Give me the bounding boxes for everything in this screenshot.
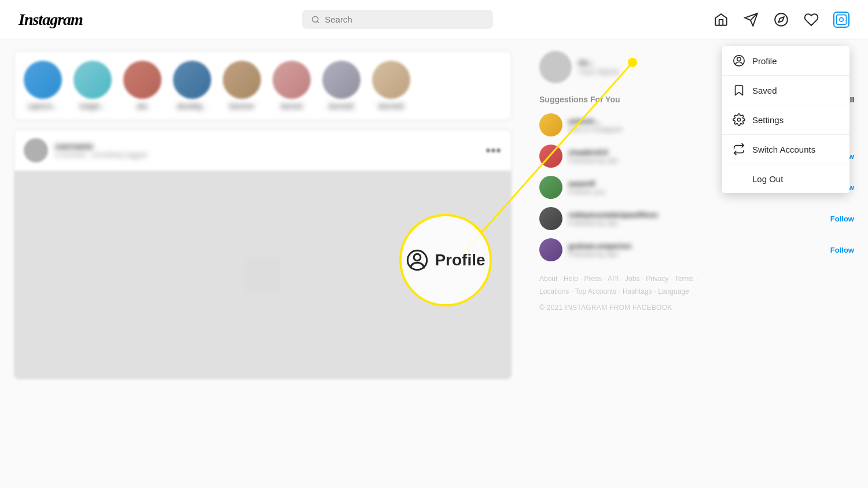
profile-nav-icon[interactable]	[833, 12, 849, 28]
story-item[interactable]: lostgirl...	[73, 61, 112, 110]
footer-links: About· Help· Press· API· Jobs· Privacy· …	[539, 273, 854, 298]
suggestion-row: robbymustafaripaulifloss Followed by abc…	[539, 207, 854, 230]
dropdown-item-saved[interactable]: Saved	[722, 76, 849, 105]
post-username: username	[55, 142, 479, 151]
suggestion-subtext: Followed by abc	[568, 219, 825, 227]
sidebar-username: ev...	[579, 58, 619, 67]
home-nav-icon[interactable]	[713, 12, 729, 28]
svg-point-0	[312, 16, 318, 22]
dropdown-logout-label: Log Out	[752, 174, 783, 184]
story-avatar	[223, 61, 261, 99]
story-label: blurred2	[329, 102, 354, 110]
story-label: blurred3	[378, 102, 404, 110]
footer-link-privacy[interactable]: Privacy	[646, 275, 668, 283]
story-item[interactable]: abcdefg...	[173, 61, 211, 110]
post-more-button[interactable]: •••	[486, 144, 502, 157]
story-item[interactable]: abc	[123, 61, 161, 110]
dropdown-saved-label: Saved	[752, 86, 777, 95]
post-header: username a moment · something tagged •••	[14, 130, 511, 171]
search-input[interactable]	[325, 14, 484, 24]
dropdown-switch-label: Switch Accounts	[752, 145, 815, 154]
svg-rect-4	[245, 257, 280, 292]
svg-point-6	[737, 57, 741, 61]
search-icon	[311, 15, 320, 24]
story-label: bloomer	[229, 102, 254, 110]
dropdown-item-profile[interactable]: Profile	[722, 46, 849, 76]
footer-link-top-accounts[interactable]: Top Accounts	[575, 287, 616, 295]
story-avatar	[273, 61, 311, 99]
story-avatar	[372, 61, 410, 99]
sidebar-footer: About· Help· Press· API· Jobs· Privacy· …	[539, 273, 854, 313]
dropdown-settings-label: Settings	[752, 115, 784, 125]
post-user-info: username a moment · something tagged	[55, 142, 479, 159]
story-avatar	[322, 61, 361, 99]
footer-link-terms[interactable]: Terms	[675, 275, 694, 283]
profile-annotation-icon	[406, 249, 429, 272]
suggestion-row: graham.emperion Followed by abc Follow	[539, 238, 854, 261]
story-avatar	[24, 61, 62, 99]
dropdown-item-logout[interactable]: Log Out	[722, 164, 849, 193]
dropdown-profile-label: Profile	[752, 56, 777, 66]
suggestion-avatar	[539, 176, 562, 199]
suggestion-avatar	[539, 113, 562, 136]
story-item[interactable]: blurred	[273, 61, 311, 110]
suggestion-avatar	[539, 238, 562, 261]
dropdown-menu: Profile Saved Settings Switch Accounts	[722, 46, 849, 193]
suggestion-avatar	[539, 207, 562, 230]
suggestion-avatar	[539, 145, 562, 168]
stories-row: capricor... lostgirl... abc abcdefg... b…	[14, 51, 512, 120]
sidebar-fullname: Your Name	[579, 67, 619, 76]
sidebar-user-info: ev... Your Name	[579, 58, 619, 76]
footer-link-jobs[interactable]: Jobs	[625, 275, 639, 283]
svg-rect-3	[837, 14, 847, 24]
footer-link-hashtags[interactable]: Hashtags	[623, 287, 652, 295]
suggestion-username: robbymustafaripaulifloss	[568, 210, 825, 219]
story-label: abc	[137, 102, 148, 110]
story-item[interactable]: blurred2	[322, 61, 361, 110]
send-nav-icon[interactable]	[743, 12, 759, 28]
post-image-placeholder	[245, 257, 280, 292]
bookmark-icon	[733, 84, 745, 97]
post-avatar	[24, 138, 48, 162]
gear-icon	[733, 113, 745, 126]
story-label: capricor...	[28, 102, 58, 110]
footer-link-about[interactable]: About	[539, 275, 557, 283]
pointer-dot	[628, 58, 637, 67]
svg-point-1	[775, 13, 788, 26]
footer-link-press[interactable]: Press	[584, 275, 602, 283]
story-avatar	[123, 61, 161, 99]
story-avatar	[73, 61, 112, 99]
story-item[interactable]: blurred3	[372, 61, 410, 110]
search-bar[interactable]	[302, 10, 493, 29]
footer-link-locations[interactable]: Locations	[539, 287, 569, 295]
svg-point-7	[737, 118, 741, 121]
suggestions-title: Suggestions For You	[539, 95, 620, 104]
top-nav: Instagram	[0, 0, 868, 39]
compass-nav-icon[interactable]	[773, 12, 789, 28]
annotation-circle: Profile	[399, 214, 492, 306]
dropdown-item-switch[interactable]: Switch Accounts	[722, 135, 849, 164]
suggestion-username: graham.emperion	[568, 242, 825, 250]
footer-link-help[interactable]: Help	[564, 275, 578, 283]
svg-point-10	[414, 254, 421, 261]
suggestion-info: robbymustafaripaulifloss Followed by abc	[568, 210, 825, 227]
suggestion-subtext: Followed by abc	[568, 250, 825, 258]
story-avatar	[173, 61, 211, 99]
story-label: blurred	[281, 102, 302, 110]
user-circle-icon	[733, 54, 745, 67]
follow-button[interactable]: Follow	[830, 246, 854, 254]
story-item[interactable]: capricor...	[24, 61, 62, 110]
footer-link-language[interactable]: Language	[658, 287, 689, 295]
switch-icon	[733, 143, 745, 156]
annotation-label: Profile	[435, 251, 485, 269]
nav-icons	[713, 12, 849, 28]
footer-link-api[interactable]: API	[608, 275, 619, 283]
suggestion-info: graham.emperion Followed by abc	[568, 242, 825, 258]
svg-marker-2	[778, 17, 784, 22]
instagram-logo: Instagram	[19, 10, 83, 29]
story-item[interactable]: bloomer	[223, 61, 261, 110]
follow-button[interactable]: Follow	[830, 215, 854, 223]
footer-copyright: © 2021 INSTAGRAM FROM FACEBOOK	[539, 302, 854, 313]
heart-nav-icon[interactable]	[803, 12, 819, 28]
dropdown-item-settings[interactable]: Settings	[722, 105, 849, 135]
